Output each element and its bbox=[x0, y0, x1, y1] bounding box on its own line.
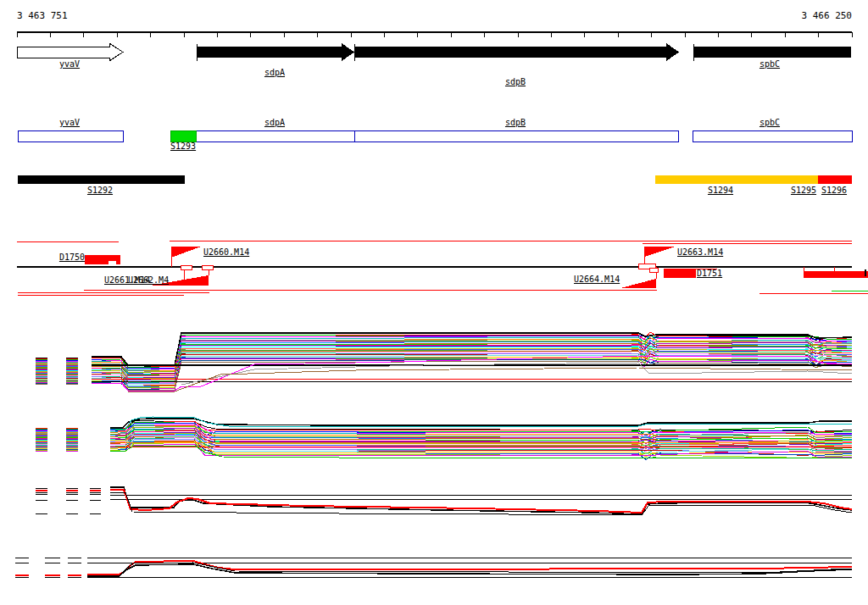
gene-arrow-label-sdpA[interactable]: sdpA bbox=[264, 69, 285, 77]
browser-graphics bbox=[0, 0, 868, 605]
gene-box-label-sdpB[interactable]: sdpB bbox=[505, 119, 526, 127]
gene-arrow-spbC bbox=[693, 44, 851, 61]
gene-box-label-sdpA[interactable]: sdpA bbox=[264, 119, 285, 127]
segment-bar-S1295-S1296 bbox=[818, 175, 852, 184]
probe-label-U2663[interactable]: U2663.M14 bbox=[677, 248, 723, 257]
gene-box-spbC bbox=[693, 130, 852, 142]
expression-track-1 bbox=[36, 332, 852, 391]
segment-bar-S1294 bbox=[655, 175, 818, 184]
segment-label-S1293[interactable]: S1293 bbox=[170, 142, 196, 151]
gene-arrow-sdpA bbox=[197, 43, 354, 61]
probe-label-U2664[interactable]: U2664.M14 bbox=[574, 275, 620, 284]
probe-label-D1751[interactable]: D1751 bbox=[696, 269, 723, 278]
gene-box-yvaV bbox=[18, 130, 123, 142]
gene-arrow-label-yvaV[interactable]: yvaV bbox=[59, 60, 80, 69]
gene-box-label-yvaV[interactable]: yvaV bbox=[59, 119, 80, 127]
gene-arrow-label-sdpB[interactable]: sdpB bbox=[505, 78, 526, 86]
segment-box-S1293 bbox=[170, 130, 196, 142]
gene-box-sdpB bbox=[354, 130, 678, 142]
gene-box-label-spbC[interactable]: spbC bbox=[760, 119, 780, 127]
ruler bbox=[17, 32, 852, 37]
gene-arrow-sdpB bbox=[354, 43, 679, 61]
expression-track-2 bbox=[36, 417, 852, 460]
segment-label-S1295[interactable]: S1295 bbox=[791, 186, 816, 195]
gene-arrow-yvaV bbox=[17, 43, 123, 61]
probe-label-U2662[interactable]: U2662.M4 bbox=[128, 276, 169, 285]
segment-label-S1296[interactable]: S1296 bbox=[821, 186, 847, 195]
genome-browser-canvas: 3 463 751 3 466 250 yvaVsdpAsdpBspbCyvaV… bbox=[0, 0, 868, 605]
segment-label-S1292[interactable]: S1292 bbox=[87, 186, 113, 195]
gene-box-track bbox=[18, 130, 852, 142]
gene-arrow-label-spbC[interactable]: spbC bbox=[760, 60, 780, 69]
expression-track-3 bbox=[36, 487, 852, 515]
segment-track bbox=[18, 175, 852, 184]
segment-bar-S1292 bbox=[18, 175, 185, 184]
probe-track bbox=[17, 241, 868, 295]
probe-label-U2660[interactable]: U2660.M14 bbox=[203, 248, 249, 257]
region-start-coordinate: 3 463 751 bbox=[17, 10, 68, 21]
probe-label-D1750[interactable]: D1750 bbox=[59, 253, 85, 262]
segment-label-S1294[interactable]: S1294 bbox=[708, 186, 733, 195]
gene-box-sdpA bbox=[196, 130, 354, 142]
gene-arrow-track bbox=[17, 43, 851, 61]
region-end-coordinate: 3 466 250 bbox=[801, 10, 852, 21]
expression-track-4 bbox=[15, 558, 852, 577]
